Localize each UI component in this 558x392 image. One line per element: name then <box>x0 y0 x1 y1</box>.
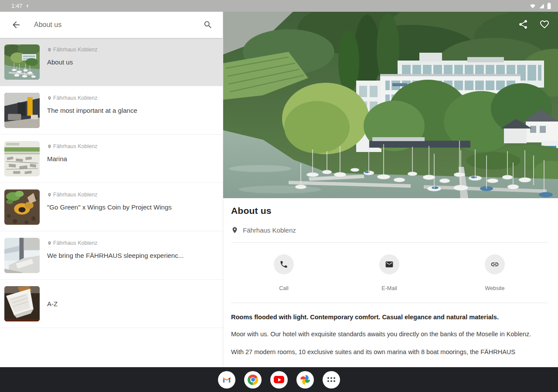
status-notification-icon <box>25 4 30 8</box>
link-icon <box>490 260 499 269</box>
email-button[interactable]: E-Mail <box>337 254 442 291</box>
divider <box>231 303 548 303</box>
app-drawer-icon[interactable] <box>323 371 340 389</box>
call-label: Call <box>279 285 289 291</box>
content-list-panel: About us <box>0 12 223 367</box>
body-paragraph: Moor with us. Our hotel with exquisite s… <box>231 329 548 339</box>
open-book-thumbnail-image <box>4 286 40 321</box>
detail-panel: About us Fährhaus Koblenz Call <box>223 12 558 367</box>
hero-photo[interactable] <box>223 12 558 198</box>
list-item-title: The most important at a glance <box>47 107 137 114</box>
location-pin-icon <box>47 241 52 246</box>
status-time: 1:47 <box>11 3 22 9</box>
location-pin-icon <box>47 193 52 197</box>
content-list: Fährhaus Koblenz About us <box>0 38 223 367</box>
email-icon <box>385 260 394 269</box>
website-button[interactable]: Website <box>442 254 548 291</box>
marina-aerial-thumbnail-image <box>4 44 40 80</box>
list-item-subtitle: Fährhaus Koblenz <box>53 192 97 198</box>
location-name: Fährhaus Koblenz <box>243 226 296 234</box>
list-item-most-important[interactable]: Fährhaus Koblenz The most important at a… <box>0 86 223 135</box>
location-pin-icon <box>47 96 52 101</box>
list-item-title: About us <box>47 58 97 66</box>
location-pin-icon <box>47 47 52 52</box>
call-button[interactable]: Call <box>231 254 337 291</box>
list-item-title: Marina <box>47 155 97 162</box>
signal-icon <box>538 3 545 9</box>
app-bar-title: About us <box>34 21 61 29</box>
planting-hands-thumbnail-image <box>4 189 40 225</box>
gmail-icon[interactable] <box>218 371 235 389</box>
list-item-about-us[interactable]: Fährhaus Koblenz About us <box>0 38 223 86</box>
body-paragraph-truncated: With 27 modern rooms, 10 exclusive suite… <box>231 347 548 357</box>
back-arrow-icon[interactable] <box>11 20 21 30</box>
divider <box>231 242 548 243</box>
list-item-marina[interactable]: Fährhaus Koblenz Marina <box>0 135 223 183</box>
google-photos-icon[interactable] <box>296 371 314 389</box>
contact-actions: Call E-Mail Websit <box>231 254 548 291</box>
list-item-title: We bring the FÄHRHAUS sleeping experienc… <box>47 252 184 259</box>
list-item-title: A-Z <box>47 300 58 308</box>
page-title: About us <box>231 206 548 216</box>
youtube-icon[interactable] <box>270 371 288 389</box>
list-item-subtitle: Fährhaus Koblenz <box>53 143 97 149</box>
taskbar <box>0 367 558 392</box>
chrome-icon[interactable] <box>244 371 262 389</box>
lead-paragraph: Rooms flooded with light. Contemporary c… <box>231 313 548 322</box>
list-item-sleeping-experience[interactable]: Fährhaus Koblenz We bring the FÄHRHAUS s… <box>0 231 223 280</box>
list-item-subtitle: Fährhaus Koblenz <box>53 240 97 246</box>
status-bar: 1:47 <box>0 0 558 12</box>
website-label: Website <box>485 285 505 291</box>
battery-icon <box>547 3 551 9</box>
list-item-subtitle: Fährhaus Koblenz <box>53 47 97 53</box>
heart-icon[interactable] <box>539 19 550 30</box>
tablet-screen: 1:47 About us <box>0 0 558 392</box>
list-item-subtitle: Fährhaus Koblenz <box>53 95 97 101</box>
wifi-icon <box>529 3 536 9</box>
location-row: Fährhaus Koblenz <box>231 226 548 234</box>
share-icon[interactable] <box>518 19 528 30</box>
app-bar: About us <box>0 12 223 38</box>
list-item-title: "Go Green" x Wings Coin by Project Wings <box>47 203 172 211</box>
phone-icon <box>279 260 288 269</box>
search-icon[interactable] <box>203 20 213 30</box>
hotel-interior-thumbnail-image <box>4 93 40 128</box>
list-item-a-z[interactable]: A-Z <box>0 280 223 328</box>
detail-content: About us Fährhaus Koblenz Call <box>223 198 558 367</box>
email-label: E-Mail <box>381 285 397 291</box>
marina-plan-thumbnail-image <box>4 141 40 176</box>
list-item-go-green[interactable]: Fährhaus Koblenz "Go Green" x Wings Coin… <box>0 183 223 231</box>
bedroom-thumbnail-image <box>4 238 40 273</box>
location-pin-icon <box>47 144 52 149</box>
location-pin-icon <box>231 226 238 234</box>
